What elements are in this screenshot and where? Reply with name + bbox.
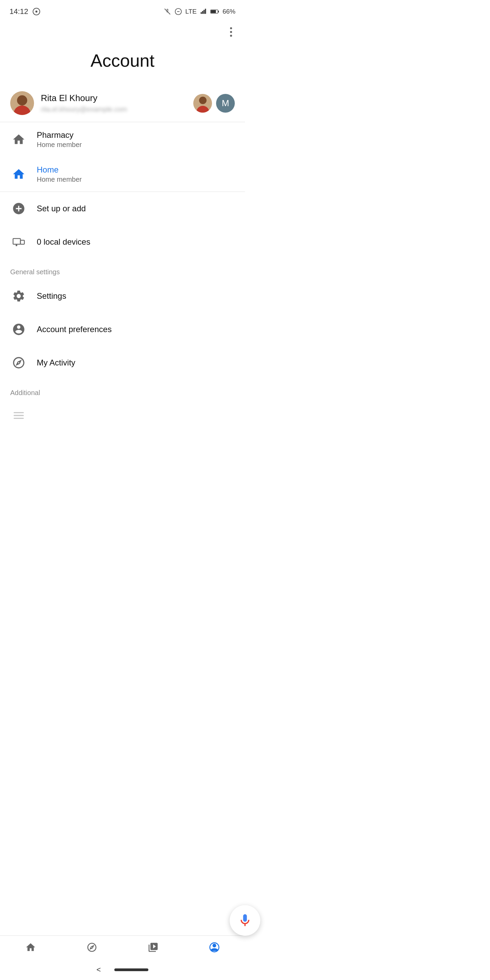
mute-icon — [164, 8, 171, 15]
my-activity-item[interactable]: My Activity — [0, 346, 245, 379]
add-circle-icon — [10, 200, 27, 217]
local-devices-label: 0 local devices — [37, 237, 90, 247]
svg-marker-5 — [201, 12, 202, 14]
additional-header: Additional — [0, 379, 245, 400]
local-devices-item[interactable]: 0 local devices — [0, 225, 245, 259]
gear-icon — [10, 288, 27, 305]
svg-rect-17 — [14, 415, 24, 416]
account-preferences-label: Account preferences — [37, 325, 111, 334]
settings-label: Settings — [37, 291, 66, 301]
setup-add-item[interactable]: Set up or add — [0, 192, 245, 225]
pharmacy-label: Pharmacy — [37, 130, 82, 140]
home-active-icon — [10, 166, 27, 183]
svg-rect-16 — [14, 412, 24, 413]
setup-add-label: Set up or add — [37, 204, 86, 213]
person-circle-icon — [10, 321, 27, 338]
home-label: Home — [37, 165, 82, 175]
status-left: 14:12 — [10, 7, 40, 16]
svg-rect-13 — [21, 240, 24, 244]
partial-menu-item[interactable] — [0, 400, 245, 431]
svg-rect-18 — [14, 418, 24, 419]
partial-item-icon — [10, 407, 27, 424]
status-right: LTE 66% — [164, 8, 235, 15]
overflow-menu-icon[interactable] — [227, 24, 235, 40]
user-name: Rita El Khoury — [41, 93, 127, 103]
account-preferences-item[interactable]: Account preferences — [0, 313, 245, 346]
svg-rect-10 — [211, 10, 216, 13]
user-profile-row[interactable]: Rita El Khoury rita.el.khoury@example.co… — [0, 84, 245, 122]
settings-item[interactable]: Settings — [0, 279, 245, 313]
svg-point-1 — [35, 11, 37, 13]
page-title: Account — [0, 40, 245, 84]
signal-icon — [200, 8, 207, 15]
general-settings-header: General settings — [0, 259, 245, 279]
compass-icon — [10, 354, 27, 371]
avatar — [10, 91, 34, 115]
my-activity-label: My Activity — [37, 358, 75, 368]
user-email: rita.el.khoury@example.com — [41, 105, 127, 113]
svg-marker-8 — [205, 9, 206, 14]
avatar-letter[interactable]: M — [216, 94, 235, 113]
network-label: LTE — [185, 8, 197, 15]
svg-marker-7 — [204, 10, 205, 14]
secondary-avatar[interactable] — [193, 94, 212, 113]
svg-marker-6 — [202, 11, 203, 14]
home-icon — [10, 131, 27, 148]
home-item[interactable]: Home Home member — [0, 157, 245, 192]
time: 14:12 — [10, 7, 28, 16]
pharmacy-home-item[interactable]: Pharmacy Home member — [0, 122, 245, 157]
top-menu-button[interactable] — [0, 21, 245, 40]
user-info: Rita El Khoury rita.el.khoury@example.co… — [10, 91, 127, 115]
pharmacy-sublabel: Home member — [37, 141, 82, 149]
devices-icon — [10, 234, 27, 250]
status-bar: 14:12 LTE — [0, 0, 245, 21]
spotify-icon — [32, 8, 40, 16]
svg-rect-12 — [13, 239, 21, 244]
home-sublabel: Home member — [37, 176, 82, 183]
battery-percent: 66% — [223, 8, 235, 15]
svg-rect-11 — [218, 11, 219, 12]
account-switcher[interactable]: M — [193, 94, 235, 113]
battery-icon — [210, 9, 219, 14]
dnd-icon — [175, 8, 182, 15]
